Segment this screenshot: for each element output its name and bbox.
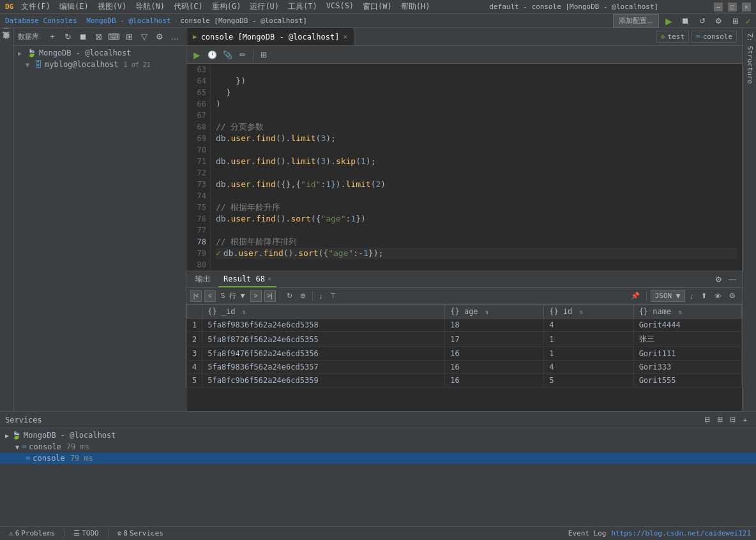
status-right: Event Log https://blog.csdn.net/caidewei…	[568, 529, 751, 537]
panel-settings-btn[interactable]: ⚙	[713, 274, 724, 285]
sidebar-add-btn[interactable]: +	[45, 30, 59, 44]
export-down-btn[interactable]: ↓	[317, 290, 326, 303]
download-btn[interactable]: ↓	[688, 290, 697, 303]
col-id-label: {} _id	[208, 307, 235, 316]
upload-btn[interactable]: ⬆	[699, 290, 709, 303]
view-btn[interactable]: 👁	[712, 290, 724, 303]
svc-add-btn[interactable]: +	[739, 414, 751, 426]
col-idnum-sort[interactable]: ⇅	[580, 308, 584, 315]
menu-view[interactable]: 视图(V)	[94, 0, 131, 13]
sidebar-more-btn[interactable]: …	[168, 30, 182, 44]
bc-item-1[interactable]: Database Consoles	[5, 17, 77, 25]
table-row[interactable]: 4 5fa8f9836f562a24e6cd5357 16 4 Gori333	[187, 361, 742, 374]
bc-item-2[interactable]: MongoDB - @localhost	[86, 17, 170, 25]
sidebar-item-myblog[interactable]: ▼ 🗄 myblog@localhost 1 of 21	[22, 59, 186, 70]
cell-idnum-2: 1	[544, 332, 633, 347]
sidebar-stop-btn[interactable]: ⏹	[76, 30, 90, 44]
svc-arrow-1: ▶	[5, 432, 9, 439]
sidebar-refresh-btn[interactable]: ↻	[61, 30, 75, 44]
sidebar-disconnect-btn[interactable]: ⊠	[91, 30, 105, 44]
next-page-btn[interactable]: >	[250, 290, 262, 302]
sidebar-settings-btn[interactable]: ⚙	[153, 30, 167, 44]
cell-idnum-4: 4	[544, 361, 633, 374]
result-tab[interactable]: Result 68 ✕	[218, 271, 276, 287]
col-header-age[interactable]: {} age ⇅	[445, 305, 544, 319]
minimize-button[interactable]: —	[714, 3, 723, 11]
exec-history-btn[interactable]: 🕐	[206, 49, 218, 61]
menu-edit[interactable]: 编辑(E)	[56, 0, 93, 13]
table-row[interactable]: 2 5fa8f8726f562a24e6cd5355 17 1 张三	[187, 332, 742, 347]
sidebar-item-mongodb[interactable]: ▶ 🍃 MongoDB - @localhost	[14, 47, 186, 59]
col-age-sort[interactable]: ⇅	[485, 308, 489, 315]
table-row[interactable]: 3 5fa8f9476f562a24e6cd5356 16 1 Gorit111	[187, 347, 742, 361]
editor-toolbar: ▶ 🕐 📎 ✏ ⊞	[186, 46, 742, 64]
problems-button[interactable]: ⚠ 6 Problems	[5, 529, 59, 538]
col-id-sort[interactable]: ⇅	[243, 308, 246, 315]
pin-btn[interactable]: 📌	[628, 290, 642, 303]
exec-run-button[interactable]: ▶	[190, 49, 203, 61]
menu-code[interactable]: 代码(C)	[170, 0, 207, 13]
filter-btn[interactable]: ⊤	[328, 290, 339, 303]
favorites-tab[interactable]: 收藏夹	[1, 41, 13, 49]
menu-run[interactable]: 运行(U)	[246, 0, 283, 13]
sidebar-filter-btn[interactable]: ▽	[137, 30, 151, 44]
code-content[interactable]: }) } ) // 分页参数 db.user.find().limit(3); …	[211, 64, 742, 271]
menu-window[interactable]: 窗口(W)	[359, 0, 396, 13]
rerun-button[interactable]: ↺	[696, 15, 709, 27]
col-header-name[interactable]: {} name ⇅	[633, 305, 741, 319]
menu-help[interactable]: 帮助(H)	[397, 0, 434, 13]
test-label[interactable]: ⊗ test	[656, 31, 689, 43]
run-button[interactable]: ▶	[663, 15, 676, 27]
svc-layout-btn[interactable]: ⊟	[701, 414, 713, 426]
sidebar-schema-btn[interactable]: ⊞	[122, 30, 136, 44]
last-page-btn[interactable]: >|	[264, 290, 276, 302]
layout-button[interactable]: ⊞	[729, 15, 742, 27]
maximize-button[interactable]: □	[728, 3, 737, 11]
editor-tab-console[interactable]: ▶ console [MongoDB - @localhost] ✕	[186, 28, 354, 45]
tab-close-btn[interactable]: ✕	[343, 33, 347, 41]
add-row-btn[interactable]: ⊕	[298, 290, 308, 303]
menu-file[interactable]: 文件(F)	[17, 0, 54, 13]
svc-item-console-parent[interactable]: ▼ ⌨ console 79 ms	[0, 441, 756, 453]
rows-select[interactable]: 5 行 ▼	[218, 290, 248, 303]
status-link[interactable]: https://blog.csdn.net/caidewei121	[611, 529, 751, 537]
add-config-button[interactable]: 添加配置...	[613, 14, 658, 27]
table-row[interactable]: 5 5fa8fc9b6f562a24e6cd5359 16 5 Gorit555	[187, 374, 742, 387]
prev-page-btn[interactable]: <	[204, 290, 216, 302]
console-label[interactable]: ⌨ console	[692, 31, 737, 43]
sidebar-console-btn[interactable]: ⌨	[107, 30, 121, 44]
svc-expand-btn[interactable]: ⊞	[714, 414, 725, 426]
menu-tools[interactable]: 工具(T)	[284, 0, 321, 13]
exec-table-btn[interactable]: ⊞	[257, 49, 270, 61]
settings-button[interactable]: ⚙	[713, 15, 725, 27]
menu-vcs[interactable]: VCS(S)	[322, 0, 358, 13]
left-panel-tabs: 数据库 收藏夹	[0, 28, 14, 411]
exec-attach-btn[interactable]: 📎	[221, 49, 234, 61]
svc-collapse-btn[interactable]: ⊟	[727, 414, 738, 426]
stop-button[interactable]: ⏹	[679, 15, 692, 27]
exec-edit-btn[interactable]: ✏	[236, 49, 249, 61]
close-button[interactable]: ✕	[742, 3, 751, 11]
svc-item-mongodb[interactable]: ▶ 🍃 MongoDB - @localhost	[0, 430, 756, 441]
event-log-btn[interactable]: Event Log	[568, 529, 607, 537]
result-tab-close[interactable]: ✕	[268, 275, 271, 282]
todo-button[interactable]: ☰ TODO	[70, 529, 103, 538]
panel-minimize-btn[interactable]: —	[727, 274, 738, 285]
col-header-idnum[interactable]: {} id ⇅	[544, 305, 633, 319]
first-page-btn[interactable]: |<	[190, 290, 202, 302]
menu-refactor[interactable]: 重构(G)	[208, 0, 245, 13]
table-row[interactable]: 1 5fa8f9836f562a24e6cd5358 18 4 Gorit444…	[187, 319, 742, 332]
json-format-btn[interactable]: JSON ▼	[651, 290, 685, 302]
table-settings-btn[interactable]: ⚙	[727, 290, 738, 303]
structure-tab[interactable]: Z: Structure	[743, 28, 756, 89]
services-status-button[interactable]: ⚙ 8 Services	[114, 529, 167, 538]
result-table-wrap[interactable]: {} _id ⇅ {} age ⇅ {} id	[186, 304, 742, 411]
col-name-sort[interactable]: ⇅	[678, 308, 682, 315]
svc-item-console-child[interactable]: ⌨ console 79 ms	[0, 453, 756, 464]
col-header-id[interactable]: {} _id ⇅	[202, 305, 445, 319]
output-tab[interactable]: 输出	[190, 271, 216, 287]
db-tab[interactable]: 数据库	[1, 31, 13, 38]
right-vtabs: Z: Structure	[742, 28, 756, 411]
refresh-btn[interactable]: ↻	[284, 290, 295, 303]
menu-navigate[interactable]: 导航(N)	[132, 0, 169, 13]
